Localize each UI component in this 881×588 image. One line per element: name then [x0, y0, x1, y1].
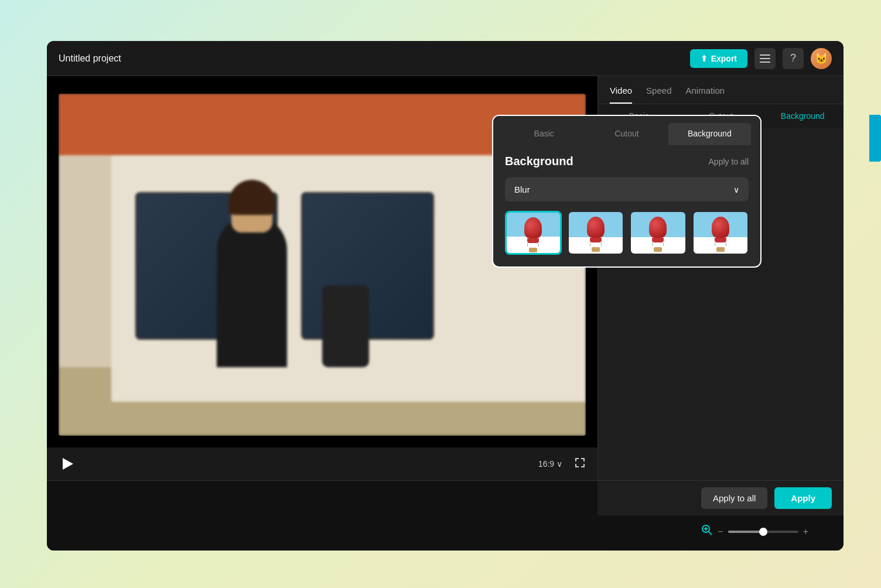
thumbnail-img-4 [694, 212, 747, 254]
export-button[interactable]: ⬆ Export [690, 49, 747, 68]
sub-tab-background[interactable]: Background [762, 104, 844, 128]
zoom-plus-icon[interactable]: + [803, 527, 808, 537]
bg-panel-header: Background Apply to all [493, 145, 760, 177]
zoom-slider[interactable] [728, 531, 798, 533]
thumbnail-4[interactable] [692, 211, 749, 255]
video-controls: 16:9 ∨ [47, 447, 597, 480]
backpack [322, 285, 369, 367]
header-right: ⬆ Export ? 🐱 [690, 48, 832, 69]
zoom-minus-icon[interactable]: − [718, 527, 723, 537]
tab-video[interactable]: Video [610, 86, 632, 104]
tab-animation[interactable]: Animation [685, 86, 725, 104]
blue-edge-accent [869, 115, 881, 162]
fullscreen-button[interactable] [574, 457, 586, 471]
balloon-1 [524, 217, 542, 252]
project-title: Untitled project [59, 53, 121, 64]
tab-speed[interactable]: Speed [646, 86, 671, 104]
header: Untitled project ⬆ Export ? 🐱 [47, 41, 844, 76]
blur-label: Blur [514, 184, 530, 194]
blur-dropdown[interactable]: Blur ∨ [505, 177, 749, 201]
balloon-3 [649, 217, 667, 252]
bg-apply-to-all-link[interactable]: Apply to all [709, 157, 749, 166]
svg-rect-2 [760, 61, 770, 63]
export-label: Export [711, 54, 737, 63]
apply-button[interactable]: Apply [774, 487, 832, 509]
svg-rect-1 [760, 58, 770, 59]
bg-tab-cutout[interactable]: Cutout [585, 123, 668, 145]
thumbnail-2[interactable] [568, 211, 624, 255]
thumbnail-img-1 [507, 213, 560, 253]
menu-icon[interactable] [754, 48, 776, 69]
person-figure [217, 215, 287, 367]
thumbnail-3[interactable] [630, 211, 686, 255]
background-panel: Basic Cutout Background Background Apply… [492, 115, 762, 268]
avatar[interactable]: 🐱 [811, 48, 832, 69]
bottom-buttons: Apply to all Apply [597, 480, 844, 515]
svg-line-4 [709, 532, 712, 535]
play-button[interactable] [59, 454, 77, 473]
panel-tabs: Video Speed Animation [598, 76, 844, 104]
apply-to-all-button[interactable]: Apply to all [701, 487, 767, 509]
help-icon[interactable]: ? [783, 48, 804, 69]
thumbnail-img-2 [569, 212, 623, 254]
zoom-slider-fill [728, 531, 763, 533]
aspect-ratio-label: 16:9 ∨ [538, 459, 562, 469]
chevron-down-icon: ∨ [733, 185, 739, 194]
balloon-2 [587, 217, 605, 252]
thumbnail-row [493, 211, 760, 266]
svg-rect-0 [760, 54, 770, 56]
thumbnail-img-3 [631, 212, 685, 254]
bg-panel-title: Background [505, 155, 573, 168]
play-icon [63, 458, 73, 470]
zoom-out-icon[interactable] [701, 524, 713, 539]
thumbnail-1[interactable] [505, 211, 562, 255]
balloon-4 [712, 217, 729, 252]
bg-tab-background[interactable]: Background [668, 123, 751, 145]
person-head [231, 186, 272, 233]
aspect-ratio-selector[interactable]: 16:9 ∨ [538, 459, 562, 469]
timeline-controls: − + [701, 524, 808, 539]
zoom-slider-thumb [759, 528, 767, 536]
bg-panel-tabs: Basic Cutout Background [493, 116, 760, 145]
bg-tab-basic[interactable]: Basic [503, 123, 585, 145]
upload-icon: ⬆ [701, 54, 708, 63]
